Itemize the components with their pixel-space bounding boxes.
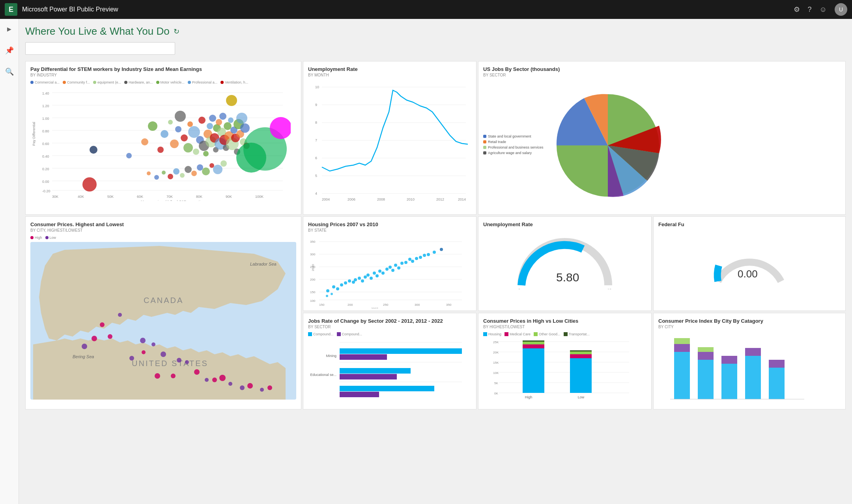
federal-gauge-visual: 0.00 [658,228,841,291]
svg-text:4: 4 [315,192,317,195]
svg-point-137 [142,350,146,354]
svg-rect-221 [523,344,544,348]
svg-point-29 [126,153,132,158]
svg-text:2004: 2004 [322,197,330,201]
app-logo: E [5,3,17,16]
sidebar-pin-icon[interactable]: 📌 [2,43,17,58]
legend-equipment: equipment (e... [93,80,121,84]
svg-text:6: 6 [315,156,317,160]
svg-point-83 [185,166,192,173]
svg-text:12: 12 [607,288,611,289]
svg-text:2012: 2012 [436,197,444,201]
settings-icon[interactable]: ⚙ [794,5,800,14]
svg-point-54 [216,119,222,125]
svg-point-186 [419,256,422,259]
legend-high: High [30,236,42,240]
legend-motor: Motor vehicle... [156,80,185,84]
housing-subtitle: BY STATE [308,228,471,232]
app-title: Microsoft Power BI Public Preview [22,6,789,13]
svg-text:9: 9 [315,103,317,107]
jobs-rate-svg: Mining Educational se... [308,338,466,402]
svg-point-160 [332,285,335,288]
svg-point-138 [129,356,134,361]
map-svg: Bering Sea Labrador Sea CANADA UNITED ST… [30,242,296,400]
unemployment-line-card: Unemployment Rate BY MONTH 10 9 8 7 6 5 … [303,61,476,215]
svg-point-124 [161,351,166,357]
svg-point-170 [366,273,370,277]
svg-point-119 [82,344,87,349]
svg-point-185 [415,257,418,260]
svg-point-174 [378,270,381,273]
svg-point-88 [213,165,222,174]
svg-text:100K: 100K [255,195,263,199]
svg-point-30 [141,138,148,145]
consumer-idx-title: Consumer Price Index By City By Catagory [658,318,841,324]
svg-text:5.80: 5.80 [556,271,579,284]
svg-text:25K: 25K [493,340,499,344]
housing-scatter-card: Housing Prices 2007 vs 2010 BY STATE 350… [303,216,476,311]
svg-point-44 [198,117,206,124]
svg-rect-227 [570,350,592,351]
svg-point-190 [440,248,443,251]
scatter-subtitle: BY INDUSTRY [30,73,296,77]
consumer-hl-legend: Housing Medical Care Other Good... Trans… [483,332,646,336]
svg-point-37 [175,111,186,122]
smiley-icon[interactable]: ☺ [820,6,827,14]
svg-text:350: 350 [310,240,316,244]
svg-point-123 [151,342,155,346]
user-avatar[interactable]: U [835,3,847,16]
svg-point-41 [188,126,200,138]
svg-point-191 [326,295,328,297]
svg-text:0.40: 0.40 [42,154,49,158]
svg-point-118 [92,336,97,341]
svg-point-136 [267,385,272,390]
svg-point-79 [162,171,166,175]
svg-text:200: 200 [310,278,316,281]
svg-text:5K: 5K [494,381,498,385]
svg-point-172 [373,272,376,275]
svg-point-162 [340,283,343,286]
svg-point-89 [220,160,227,167]
help-icon[interactable]: ? [808,6,812,14]
sidebar-search-icon[interactable]: 🔍 [2,64,17,79]
svg-point-85 [197,164,203,171]
svg-rect-235 [698,347,714,352]
svg-point-189 [433,251,436,254]
svg-text:30K: 30K [52,195,58,199]
sidebar-expand-icon[interactable]: ► [3,22,16,37]
svg-point-129 [205,378,209,382]
svg-point-62 [228,117,234,123]
svg-point-34 [168,120,173,125]
scatter-legend: Commercial a... Community f... equipment… [30,80,296,84]
svg-rect-206 [340,386,434,391]
svg-point-134 [247,383,253,389]
svg-text:5: 5 [315,174,317,178]
svg-rect-239 [745,348,761,356]
consumer-map-card: Consumer Prices. Highest and Lowest BY C… [25,216,301,409]
consumer-high-low-card: Consumer Prices in High vs Low Cities BY… [478,313,652,409]
svg-point-40 [187,121,193,127]
svg-text:0K: 0K [494,392,498,395]
svg-rect-223 [523,340,544,342]
svg-text:200: 200 [348,303,353,307]
svg-point-125 [177,358,181,363]
svg-rect-205 [340,374,397,379]
unemployment-gauge-card: Unemployment Rate 0 12 5.80 [478,216,652,311]
search-input[interactable] [25,42,175,55]
svg-point-39 [183,143,193,153]
svg-rect-238 [745,356,761,399]
svg-point-71 [240,123,250,133]
svg-point-128 [194,369,200,375]
svg-rect-204 [340,368,411,374]
refresh-icon[interactable]: ↻ [174,27,179,36]
svg-point-28 [82,177,97,192]
svg-text:8: 8 [315,121,317,125]
svg-point-164 [348,279,351,283]
svg-rect-233 [698,360,714,399]
federal-svg: 0.00 [710,230,789,289]
svg-text:350: 350 [446,303,452,307]
svg-point-181 [400,262,404,265]
svg-text:80K: 80K [196,195,202,199]
svg-rect-232 [674,338,690,344]
page-title: Where You Live & What You Do [25,25,170,37]
